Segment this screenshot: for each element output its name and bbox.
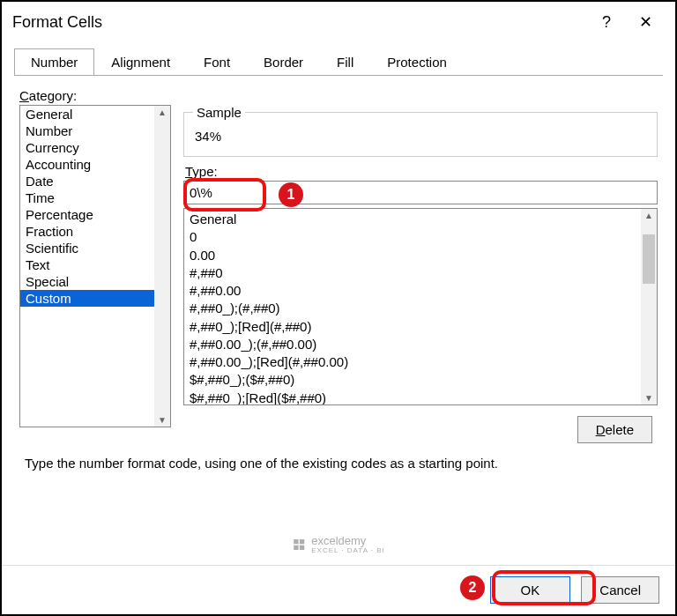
delete-button[interactable]: Delete [577,416,652,443]
category-item-accounting[interactable]: Accounting [20,156,154,173]
tab-border[interactable]: Border [247,48,320,76]
format-item[interactable]: 0 [190,228,636,246]
scroll-down-icon[interactable]: ▼ [158,413,167,427]
format-item[interactable]: #,##0_);[Red](#,##0) [190,318,636,336]
format-scrollbar[interactable]: ▲ ▼ [641,209,657,404]
help-button[interactable]: ? [587,9,626,35]
format-item[interactable]: #,##0 [190,264,636,282]
format-item[interactable]: $#,##0_);($#,##0) [190,371,636,389]
ok-button[interactable]: OK [490,576,571,604]
category-item-percentage[interactable]: Percentage [20,206,154,223]
logo-icon [292,538,306,552]
cancel-button[interactable]: Cancel [581,576,659,604]
category-item-number[interactable]: Number [20,122,154,139]
close-button[interactable]: ✕ [626,9,665,35]
format-item[interactable]: #,##0.00_);[Red](#,##0.00) [190,353,636,371]
tab-alignment[interactable]: Alignment [94,48,187,76]
dialog-buttons: OK Cancel [2,565,675,614]
watermark-sub: EXCEL · DATA · BI [311,547,385,554]
scroll-down-icon[interactable]: ▼ [644,391,653,404]
category-listbox[interactable]: GeneralNumberCurrencyAccountingDateTimeP… [19,105,171,427]
type-label: Type: [185,164,658,179]
scroll-up-icon[interactable]: ▲ [158,106,167,119]
format-listbox[interactable]: General00.00#,##0#,##0.00#,##0_);(#,##0)… [183,208,658,405]
category-item-special[interactable]: Special [20,273,154,290]
format-item[interactable]: #,##0.00_);(#,##0.00) [190,336,636,353]
category-item-currency[interactable]: Currency [20,139,154,156]
tab-fill[interactable]: Fill [320,48,370,76]
category-item-scientific[interactable]: Scientific [20,240,154,256]
category-item-general[interactable]: General [20,106,154,122]
format-item[interactable]: 0.00 [190,247,636,264]
sample-legend: Sample [193,105,245,120]
watermark-main: exceldemy [311,534,366,547]
number-panel: Category: GeneralNumberCurrencyAccountin… [14,75,663,565]
category-item-text[interactable]: Text [20,256,154,273]
scroll-thumb[interactable] [643,234,655,284]
format-item[interactable]: $#,##0_);[Red]($#,##0) [190,390,636,405]
category-item-date[interactable]: Date [20,173,154,189]
watermark: exceldemy EXCEL · DATA · BI [292,534,385,554]
category-item-custom[interactable]: Custom [20,290,154,307]
category-item-fraction[interactable]: Fraction [20,223,154,240]
sample-group: Sample 34% [183,105,658,157]
format-cells-dialog: Format Cells ? ✕ Number Alignment Font B… [0,0,677,616]
dialog-title: Format Cells [12,13,587,32]
sample-value: 34% [193,125,648,147]
category-label: Category: [19,88,663,103]
titlebar: Format Cells ? ✕ [2,2,675,42]
tab-strip: Number Alignment Font Border Fill Protec… [14,48,663,75]
tab-protection[interactable]: Protection [370,48,464,76]
tab-font[interactable]: Font [187,48,247,76]
hint-text: Type the number format code, using one o… [25,456,658,471]
type-input[interactable] [183,181,658,204]
format-item[interactable]: #,##0_);(#,##0) [190,300,636,317]
tab-number[interactable]: Number [14,48,94,76]
scroll-up-icon[interactable]: ▲ [644,209,653,222]
category-scrollbar[interactable]: ▲ ▼ [154,106,170,427]
format-item[interactable]: General [190,211,636,228]
format-item[interactable]: #,##0.00 [190,282,636,300]
category-item-time[interactable]: Time [20,189,154,206]
